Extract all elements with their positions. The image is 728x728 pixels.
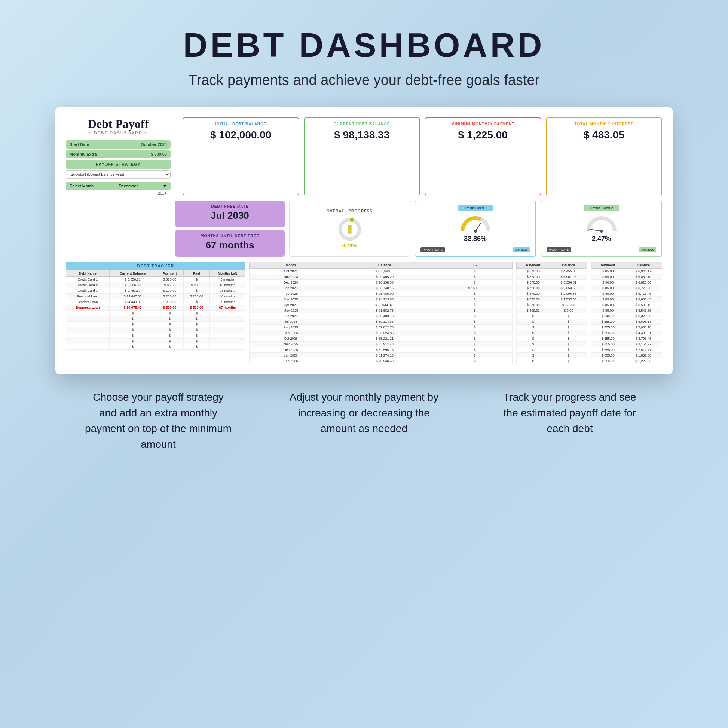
table-row: $ 655.00 — [592, 353, 625, 358]
table-row: $ — [517, 358, 550, 364]
table-row — [210, 316, 245, 322]
debt-free-date-card: DEBT-FREE DATE Jul 2030 — [175, 200, 285, 227]
cc1p-col-payment: Payment — [517, 262, 550, 269]
table-row: $ 3,356.81 — [109, 277, 156, 283]
table-row: $ 570.00 — [517, 302, 550, 308]
table-row: Jan 2025 — [249, 286, 332, 291]
table-row: Credit Card 1 — [66, 277, 110, 283]
table-row: $ — [184, 277, 210, 283]
monthly-extra-row: Monthly Extra $ 500.00 — [66, 150, 171, 158]
table-row: $ — [437, 325, 512, 330]
table-row: Mar 2025 — [249, 297, 332, 302]
col-payment: Payment — [156, 271, 184, 277]
table-row: $ 95,485.09 — [332, 291, 437, 297]
table-row: $ — [550, 358, 587, 364]
svg-line-6 — [590, 229, 601, 231]
table-row: $ — [517, 341, 550, 347]
table-row: $ 570.00 — [517, 297, 550, 302]
table-row: $ — [517, 325, 550, 330]
ps-col-month: Month — [249, 262, 332, 269]
table-row: $ 570.00 — [517, 291, 550, 297]
table-row: $ 655.00 — [592, 341, 625, 347]
cc1-card: Credit Card 1 32.86% PAYOFF DATE Jun 202… — [414, 200, 536, 257]
strategy-select[interactable]: Snowball (Lowest Balance First) Avalanch… — [66, 170, 171, 179]
debt-free-value: Jul 2030 — [182, 210, 277, 222]
table-row: $ — [550, 341, 587, 347]
kpi-minimum-label: MINIMUM MONTHLY PAYMENT — [431, 122, 535, 126]
table-row: Credit Card 3 — [66, 288, 110, 294]
year-value: 2024 — [158, 191, 167, 195]
table-row: $ 96,740.15 — [332, 286, 437, 291]
table-row: 55 months — [210, 299, 245, 305]
dashboard-wrapper: Debt Payoff ~ DEBT DASHBOARD ~ Start Dat… — [55, 107, 673, 375]
table-row: $ 200.00 — [184, 294, 210, 299]
table-row: $ 655.00 — [592, 325, 625, 330]
cc2-payments-section: Payment Balance $ 85.00$ 6,944.17$ 65.00… — [591, 262, 662, 364]
table-row: $ — [550, 353, 587, 358]
month-label: Select Month — [70, 184, 93, 188]
table-row: $ 6,599.16 — [625, 302, 662, 308]
col-months-left: Months Left — [210, 271, 245, 277]
kpi-current-label: CURRENT DEBT BALANCE — [310, 122, 414, 126]
svg-rect-2 — [348, 225, 351, 234]
app-tagline: ~ DEBT DASHBOARD ~ — [66, 130, 171, 135]
extra-label: Monthly Extra — [70, 152, 97, 156]
table-row: $ — [109, 344, 156, 350]
kpi-current-value: $ 98,138.33 — [310, 129, 414, 141]
table-row: Oct 2024 — [249, 269, 332, 274]
table-row: $ 87,822.70 — [332, 325, 437, 330]
table-row: $ — [184, 338, 210, 344]
table-row: $ 6,880.10 — [625, 274, 662, 280]
kpi-interest-label: TOTAL MONTHLY INTEREST — [552, 122, 656, 126]
table-row: $ — [184, 299, 210, 305]
table-row: $ 81,274.15 — [332, 353, 437, 358]
table-row: $ — [184, 316, 210, 322]
table-row: $ 6,826.80 — [109, 283, 156, 288]
table-row: $ 100,890.83 — [332, 269, 437, 274]
table-row: 67 months — [210, 305, 245, 310]
strategy-btn[interactable]: PAYOFF STRATEGY — [66, 160, 171, 169]
table-row: $ — [184, 344, 210, 350]
kpi-initial-label: INITIAL DEBT BALANCE — [188, 122, 293, 126]
table-row: $ 85.00 — [592, 297, 625, 302]
table-row: 16 months — [210, 283, 245, 288]
table-row: Credit Card 2 — [66, 283, 110, 288]
table-row: $ — [156, 338, 184, 344]
table-row: $ 1,537.35 — [550, 297, 587, 302]
table-row: $ — [437, 336, 512, 341]
svg-line-4 — [476, 223, 481, 231]
table-row: $ 520.00 — [184, 305, 210, 310]
table-row: $ 975.03 — [550, 302, 587, 308]
start-label: Start Date — [70, 142, 89, 147]
table-row: $ — [109, 322, 156, 327]
table-row: $ — [156, 327, 184, 333]
table-row: $ 655.00 — [592, 330, 625, 336]
table-row — [210, 333, 245, 338]
table-row: $ 85.00 — [592, 269, 625, 274]
table-row: $ 85.00 — [592, 308, 625, 314]
table-row: $ — [437, 347, 512, 353]
table-row: $ 3,907.26 — [550, 274, 587, 280]
table-row: Nov 2024 — [249, 274, 332, 280]
table-row — [66, 322, 110, 327]
annotation-left: Choose your payoff strategy and add an e… — [83, 390, 233, 452]
cc1-percent: 32.86% — [464, 235, 487, 243]
table-row: Personal Loan — [66, 294, 110, 299]
table-row: $ 570.00 — [517, 269, 550, 274]
table-row: $ 6,323.83 — [625, 314, 662, 319]
table-row: $ 655.00 — [592, 347, 625, 353]
cc1-label: Credit Card 1 — [457, 205, 493, 211]
table-row: $ 245.09 — [592, 314, 625, 319]
ps-col-balance: Balance — [332, 262, 437, 269]
table-row: $ — [437, 308, 512, 314]
table-row: Jun 2025 — [249, 314, 332, 319]
table-row: $ 120.00 — [156, 288, 184, 294]
table-row: $ 5,063.18 — [625, 325, 662, 330]
table-row: $ 85.00 — [592, 302, 625, 308]
progress-value: 3.79% — [342, 242, 357, 248]
col-paid: Paid — [184, 271, 210, 277]
app-name: Debt Payoff — [66, 118, 171, 130]
table-row — [66, 310, 110, 316]
table-row: $ 6,656.43 — [625, 297, 662, 302]
table-row: $ 1,867.88 — [625, 353, 662, 358]
